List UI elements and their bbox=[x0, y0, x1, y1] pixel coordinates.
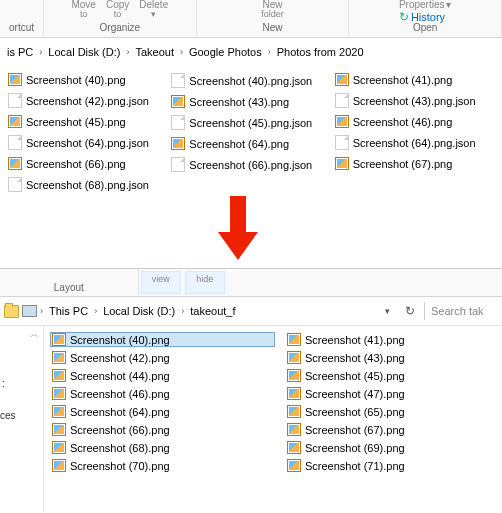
file-name: Screenshot (71).png bbox=[305, 460, 405, 472]
move-to-button[interactable]: Moveto bbox=[71, 0, 95, 19]
breadcrumb-item[interactable]: is PC bbox=[4, 44, 36, 60]
image-icon bbox=[8, 157, 22, 170]
chevron-right-icon: › bbox=[40, 306, 43, 316]
file-name: Screenshot (64).png bbox=[189, 138, 289, 150]
file-item[interactable]: Screenshot (67).png bbox=[333, 156, 496, 171]
properties-button[interactable]: Properties▾ bbox=[399, 0, 452, 10]
file-item[interactable]: Screenshot (43).png.json bbox=[333, 92, 496, 109]
file-item[interactable]: Screenshot (64).png.json bbox=[333, 134, 496, 151]
file-item[interactable]: Screenshot (41).png bbox=[285, 332, 485, 347]
address-bar[interactable]: ›This PC›Local Disk (D:)›takeout_f ▾ ↻ S… bbox=[0, 297, 502, 326]
file-item[interactable]: Screenshot (45).png.json bbox=[169, 114, 332, 131]
image-icon bbox=[171, 95, 185, 108]
breadcrumb-item[interactable]: Google Photos bbox=[186, 44, 265, 60]
file-name: Screenshot (44).png bbox=[70, 370, 170, 382]
arrow-down-icon bbox=[218, 196, 258, 262]
file-name: Screenshot (40).png bbox=[70, 334, 170, 346]
chevron-right-icon: › bbox=[94, 306, 97, 316]
file-item[interactable]: Screenshot (66).png bbox=[50, 422, 275, 437]
file-item[interactable]: Screenshot (71).png bbox=[285, 458, 485, 473]
file-item[interactable]: Screenshot (40).png.json bbox=[169, 72, 332, 89]
file-name: Screenshot (66).png bbox=[70, 424, 170, 436]
file-item[interactable]: Screenshot (47).png bbox=[285, 386, 485, 401]
nav-pane[interactable]: ︿ : ces bbox=[0, 326, 44, 512]
chevron-right-icon: › bbox=[180, 47, 183, 57]
ribbon-spacer bbox=[227, 269, 502, 296]
file-item[interactable]: Screenshot (42).png.json bbox=[6, 92, 169, 109]
file-name: Screenshot (42).png.json bbox=[26, 95, 149, 107]
file-name: Screenshot (45).png bbox=[26, 116, 126, 128]
file-item[interactable]: Screenshot (45).png bbox=[6, 114, 169, 129]
file-name: Screenshot (41).png bbox=[353, 74, 453, 86]
file-item[interactable]: Screenshot (67).png bbox=[285, 422, 485, 437]
file-item[interactable]: Screenshot (45).png bbox=[285, 368, 485, 383]
image-icon bbox=[52, 369, 66, 382]
copy-to-button[interactable]: Copyto bbox=[106, 0, 129, 19]
file-item[interactable]: Screenshot (68).png.json bbox=[6, 176, 169, 193]
file-item[interactable]: Screenshot (41).png bbox=[333, 72, 496, 87]
image-icon bbox=[52, 423, 66, 436]
group-label: ortcut bbox=[9, 22, 34, 33]
delete-button[interactable]: Delete▾ bbox=[139, 0, 168, 19]
image-icon bbox=[335, 73, 349, 86]
file-item[interactable]: Screenshot (65).png bbox=[285, 404, 485, 419]
search-input[interactable]: Search tak bbox=[424, 302, 498, 320]
nav-item[interactable]: : bbox=[2, 378, 5, 389]
image-icon bbox=[287, 441, 301, 454]
image-icon bbox=[52, 387, 66, 400]
file-item[interactable]: Screenshot (43).png bbox=[169, 94, 332, 109]
file-name: Screenshot (40).png.json bbox=[189, 75, 312, 87]
file-item[interactable]: Screenshot (68).png bbox=[50, 440, 275, 455]
image-icon bbox=[287, 423, 301, 436]
chevron-right-icon: › bbox=[39, 47, 42, 57]
file-name: Screenshot (42).png bbox=[70, 352, 170, 364]
file-item[interactable]: Screenshot (40).png bbox=[6, 72, 169, 87]
file-item[interactable]: Screenshot (64).png bbox=[169, 136, 332, 151]
nav-item[interactable]: ces bbox=[0, 410, 16, 421]
breadcrumb-item[interactable]: Local Disk (D:) bbox=[100, 303, 178, 319]
breadcrumb-item[interactable]: Takeout bbox=[132, 44, 177, 60]
image-icon bbox=[52, 441, 66, 454]
file-item[interactable]: Screenshot (43).png bbox=[285, 350, 485, 365]
breadcrumb-item[interactable]: This PC bbox=[46, 303, 91, 319]
file-item[interactable]: Screenshot (46).png bbox=[50, 386, 275, 401]
image-icon bbox=[287, 369, 301, 382]
file-name: Screenshot (47).png bbox=[305, 388, 405, 400]
file-name: Screenshot (67).png bbox=[353, 158, 453, 170]
file-name: Screenshot (64).png bbox=[70, 406, 170, 418]
file-name: Screenshot (68).png bbox=[70, 442, 170, 454]
file-item[interactable]: Screenshot (40).png bbox=[50, 332, 275, 347]
file-item[interactable]: Screenshot (70).png bbox=[50, 458, 275, 473]
breadcrumb-item[interactable]: Photos from 2020 bbox=[274, 44, 367, 60]
new-folder-button[interactable]: Newfolder bbox=[261, 0, 284, 19]
file-item[interactable]: Screenshot (66).png bbox=[6, 156, 169, 171]
file-icon bbox=[171, 115, 185, 130]
file-item[interactable]: Screenshot (64).png.json bbox=[6, 134, 169, 151]
file-icon bbox=[8, 177, 22, 192]
scroll-up-icon[interactable]: ︿ bbox=[30, 328, 39, 341]
image-icon bbox=[287, 405, 301, 418]
file-icon bbox=[335, 135, 349, 150]
breadcrumb[interactable]: is PC›Local Disk (D:)›Takeout›Google Pho… bbox=[0, 38, 502, 66]
chevron-down-icon[interactable]: ▾ bbox=[379, 306, 396, 316]
file-item[interactable]: Screenshot (64).png bbox=[50, 404, 275, 419]
file-icon bbox=[171, 157, 185, 172]
hide-button[interactable]: hide bbox=[185, 271, 225, 294]
file-item[interactable]: Screenshot (42).png bbox=[50, 350, 275, 365]
group-label: Open bbox=[413, 22, 437, 33]
file-item[interactable]: Screenshot (44).png bbox=[50, 368, 275, 383]
file-item[interactable]: Screenshot (46).png bbox=[333, 114, 496, 129]
image-icon bbox=[171, 137, 185, 150]
image-icon bbox=[52, 459, 66, 472]
file-list-top: Screenshot (40).pngScreenshot (42).png.j… bbox=[0, 66, 502, 199]
refresh-icon[interactable]: ↻ bbox=[399, 304, 421, 318]
pc-icon bbox=[22, 305, 37, 317]
image-icon bbox=[287, 459, 301, 472]
file-item[interactable]: Screenshot (69).png bbox=[285, 440, 485, 455]
file-list-lower: Screenshot (40).pngScreenshot (42).pngSc… bbox=[44, 326, 502, 512]
lower-ribbon: Layout view hide bbox=[0, 269, 502, 297]
file-item[interactable]: Screenshot (66).png.json bbox=[169, 156, 332, 173]
view-button[interactable]: view bbox=[141, 271, 181, 294]
breadcrumb-item[interactable]: Local Disk (D:) bbox=[45, 44, 123, 60]
breadcrumb-item[interactable]: takeout_f bbox=[187, 303, 238, 319]
